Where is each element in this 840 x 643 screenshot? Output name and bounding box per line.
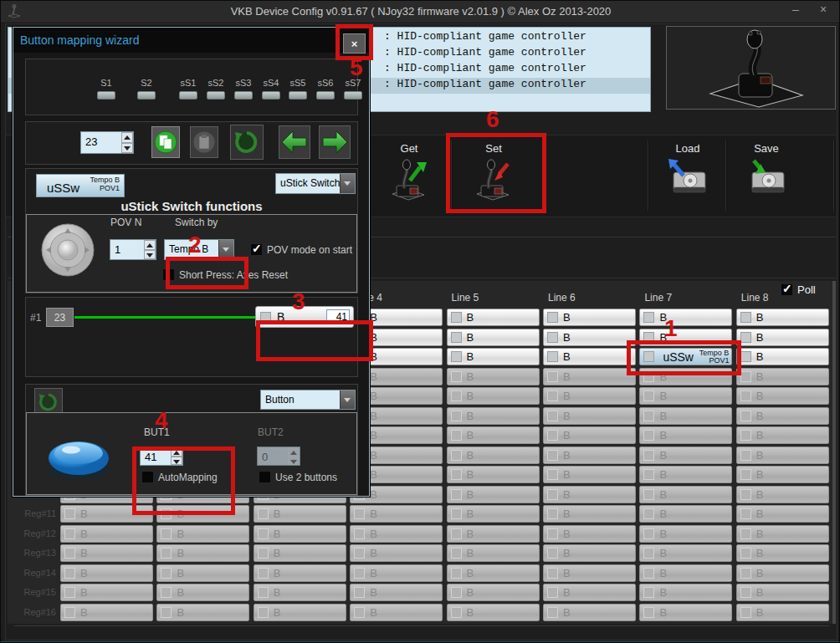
button-cell[interactable]: B [543, 387, 636, 405]
spin-down-icon[interactable] [171, 457, 182, 466]
button-cell[interactable]: B [447, 426, 540, 444]
minimize-button[interactable]: – [786, 3, 806, 19]
button-cell[interactable]: B [254, 544, 346, 562]
function-type-dropdown[interactable]: uStick Switch [275, 173, 356, 194]
button-cell[interactable]: B [639, 447, 732, 464]
button-cell[interactable]: B [639, 525, 732, 543]
button-cell[interactable]: B [639, 466, 732, 483]
button-cell[interactable]: B [447, 368, 540, 385]
button-cell[interactable]: B [447, 525, 540, 543]
load-button[interactable]: Load [651, 142, 725, 212]
button-cell[interactable]: B [543, 368, 636, 385]
chevron-down-icon[interactable] [340, 390, 355, 409]
but1-spinner[interactable]: 41 [140, 447, 183, 466]
save-button[interactable]: Save [728, 142, 805, 212]
switch-by-dropdown[interactable]: Tempo B [164, 239, 234, 260]
button-cell[interactable]: B [736, 368, 829, 385]
button-cell[interactable]: B [447, 466, 540, 483]
button-cell[interactable]: B [447, 604, 540, 621]
button-cell[interactable]: B [639, 564, 732, 582]
next-line-button[interactable] [319, 125, 351, 159]
button-cell[interactable]: B [447, 407, 540, 425]
button-cell[interactable]: B [350, 604, 443, 621]
button-cell[interactable]: B [350, 544, 443, 562]
button-cell[interactable]: B [350, 525, 443, 543]
chevron-down-icon[interactable] [218, 240, 233, 259]
button-cell[interactable]: B [736, 466, 829, 483]
button-cell[interactable]: B [543, 426, 636, 444]
spin-up-icon[interactable] [144, 240, 156, 250]
line-number-spinner[interactable]: 23 [80, 131, 134, 154]
button-cell[interactable]: B [736, 604, 829, 621]
button-cell[interactable]: B [447, 564, 540, 582]
button-cell[interactable]: B [447, 329, 540, 346]
spin-up-icon[interactable] [121, 132, 133, 143]
button-cell[interactable]: B [60, 544, 153, 562]
button-cell[interactable]: B [156, 604, 249, 621]
button-cell[interactable]: B [254, 505, 346, 523]
button-cell[interactable]: B [254, 525, 346, 543]
pov-mode-checkbox[interactable] [250, 243, 263, 256]
button-cell[interactable]: B [156, 584, 249, 601]
mapped-switch-cell[interactable]: uSSwTempo BPOV1 [639, 348, 732, 365]
button-cell[interactable]: B [639, 426, 732, 444]
slider-handle[interactable]: 23 [46, 308, 74, 327]
poll-checkbox[interactable]: Poll [781, 283, 816, 296]
button-cell[interactable]: B [447, 447, 540, 464]
button-cell[interactable]: B [60, 564, 153, 582]
button-cell[interactable]: B [447, 348, 540, 365]
button-cell[interactable]: B [639, 604, 732, 621]
button-cell[interactable]: B [736, 329, 829, 346]
spin-down-icon[interactable] [144, 250, 156, 260]
button-cell[interactable]: B [447, 505, 540, 523]
button-cell[interactable]: B [639, 584, 732, 601]
button-cell[interactable]: B [350, 505, 443, 523]
button-cell[interactable]: B [447, 486, 540, 503]
button-cell[interactable]: B [543, 525, 636, 543]
paste-button[interactable] [190, 126, 218, 158]
button-cell[interactable]: B [543, 505, 636, 523]
button-cell[interactable]: B [60, 525, 153, 543]
button-cell[interactable]: B [736, 407, 829, 425]
button-cell[interactable]: B [543, 348, 636, 365]
wizard-close-button[interactable]: × [343, 33, 366, 54]
button-cell[interactable]: B [736, 505, 829, 523]
button-cell[interactable]: B [736, 348, 829, 365]
copy-button[interactable] [151, 126, 180, 158]
button-cell[interactable]: B [736, 564, 829, 582]
button-cell[interactable]: B [543, 329, 636, 346]
button-cell[interactable]: B [156, 544, 249, 562]
button-cell[interactable]: B [447, 309, 540, 326]
button-cell[interactable]: B [639, 329, 732, 346]
button-cell[interactable]: B [350, 584, 443, 601]
button-cell[interactable]: B [736, 447, 829, 464]
button-cell[interactable]: B [60, 584, 153, 601]
assigned-button-control[interactable]: B 41 [255, 306, 354, 328]
mapped-function-button[interactable]: uSSw Tempo B POV1 [36, 174, 125, 197]
button-cell[interactable]: B [736, 584, 829, 601]
button-cell[interactable]: B [543, 447, 636, 464]
button-cell[interactable]: B [736, 486, 829, 503]
button-cell[interactable]: B [543, 564, 636, 582]
button-cell[interactable]: B [543, 309, 636, 326]
chevron-down-icon[interactable] [340, 174, 355, 193]
button-cell[interactable]: B [639, 544, 732, 562]
button-cell[interactable]: B [639, 368, 732, 385]
reset-line-button[interactable] [230, 125, 264, 160]
get-button[interactable]: Get [374, 142, 444, 212]
button-cell[interactable]: B [156, 505, 249, 523]
poll-checkbox-box[interactable] [781, 283, 793, 296]
button-cell[interactable]: B [350, 564, 443, 582]
button-cell[interactable]: B [736, 426, 829, 444]
button-cell[interactable]: B [254, 584, 346, 601]
set-button[interactable]: Set [454, 142, 533, 212]
button-cell[interactable]: B [60, 604, 153, 621]
button-cell[interactable]: B [447, 544, 540, 562]
button-cell[interactable]: B [736, 525, 829, 543]
button-cell[interactable]: B [639, 309, 732, 326]
button-cell[interactable]: B [639, 387, 732, 405]
button-cell[interactable]: B [60, 505, 153, 523]
pov-n-spinner[interactable]: 1 [110, 239, 156, 260]
button-cell[interactable]: B [543, 486, 636, 503]
button-cell[interactable]: B [736, 309, 829, 326]
